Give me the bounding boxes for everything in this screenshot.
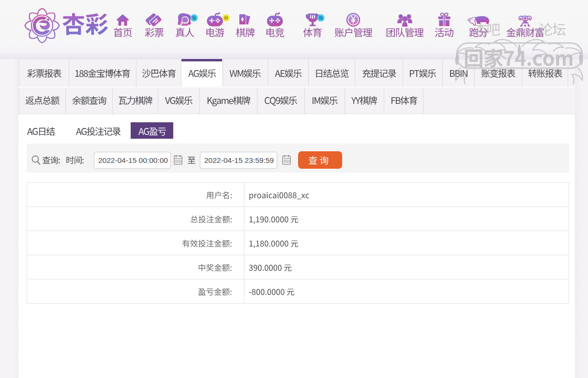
svg-text:N: N	[192, 15, 196, 21]
svg-text:H: H	[224, 15, 227, 21]
svg-text:N: N	[319, 15, 322, 21]
